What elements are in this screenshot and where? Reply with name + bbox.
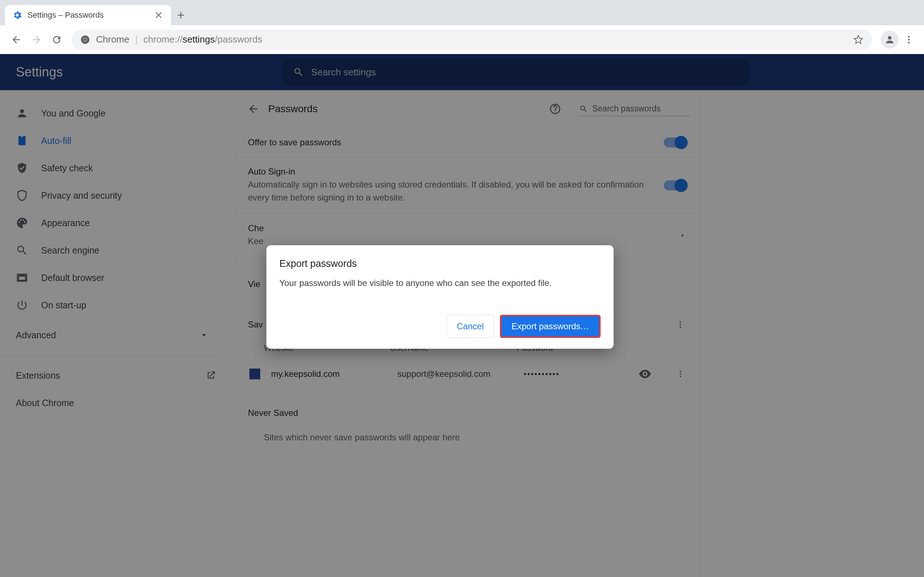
dialog-title: Export passwords: [279, 258, 601, 269]
browser-tab[interactable]: Settings – Passwords: [5, 5, 171, 25]
back-button[interactable]: [7, 31, 25, 49]
separator: |: [135, 34, 137, 45]
cancel-button[interactable]: Cancel: [446, 315, 494, 338]
browser-toolbar: Chrome | chrome://settings/passwords: [0, 25, 924, 54]
browser-menu-button[interactable]: [901, 31, 917, 49]
tab-strip: Settings – Passwords: [0, 0, 924, 25]
export-passwords-dialog: Export passwords Your passwords will be …: [267, 245, 614, 349]
close-icon[interactable]: [155, 10, 164, 20]
address-bar[interactable]: Chrome | chrome://settings/passwords: [71, 29, 872, 50]
gear-icon: [12, 10, 23, 20]
omnibox-chip: Chrome: [96, 34, 129, 45]
new-tab-button[interactable]: [175, 10, 186, 21]
profile-button[interactable]: [881, 31, 899, 49]
url-text: chrome://settings/passwords: [143, 34, 262, 45]
chrome-icon: [80, 35, 90, 45]
star-icon[interactable]: [853, 35, 863, 45]
export-passwords-button[interactable]: Export passwords…: [500, 315, 601, 338]
forward-button[interactable]: [27, 31, 45, 49]
reload-button[interactable]: [48, 31, 66, 49]
tab-title: Settings – Passwords: [27, 10, 104, 20]
dialog-body: Your passwords will be visible to anyone…: [279, 277, 601, 290]
